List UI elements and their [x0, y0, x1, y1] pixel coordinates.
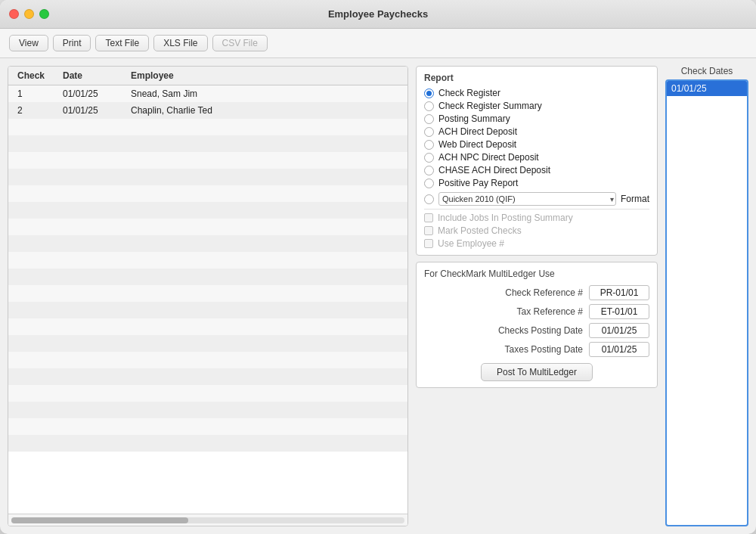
report-section: Report Check Register Check Register Sum… — [416, 66, 658, 256]
table-row-empty — [8, 135, 407, 152]
checkbox-include-jobs-label: Include Jobs In Posting Summary — [438, 213, 573, 223]
taxes-posting-date-value[interactable]: 01/01/25 — [589, 342, 649, 357]
cell-date: 01/01/25 — [60, 104, 128, 117]
table-row-empty — [8, 219, 407, 235]
table-row-empty — [8, 302, 407, 318]
view-button[interactable]: View — [9, 35, 48, 51]
report-title: Report — [424, 73, 649, 83]
table-row-empty — [8, 269, 407, 285]
table-row-empty — [8, 435, 407, 452]
check-dates-list[interactable]: 01/01/25 — [665, 79, 748, 526]
radio-web-direct-deposit[interactable]: Web Direct Deposit — [424, 139, 649, 150]
title-bar: Employee Paychecks — [0, 0, 756, 29]
cell-check: 1 — [14, 87, 60, 101]
table-row-empty — [8, 368, 407, 385]
radio-quicken-input[interactable] — [424, 194, 434, 204]
post-to-multiledger-button[interactable]: Post To MultiLedger — [481, 363, 593, 381]
right-panel: Report Check Register Check Register Sum… — [416, 66, 658, 526]
check-dates-panel: Check Dates 01/01/25 — [665, 66, 748, 526]
xls-file-button[interactable]: XLS File — [153, 35, 207, 51]
radio-check-register[interactable]: Check Register — [424, 88, 649, 98]
radio-positive-pay-report[interactable]: Positive Pay Report — [424, 178, 649, 188]
maximize-button[interactable] — [39, 9, 49, 19]
table-row-empty — [8, 418, 407, 435]
csv-file-button: CSV File — [212, 35, 268, 51]
section-divider — [424, 209, 649, 210]
table-row-empty — [8, 285, 407, 302]
table-row-empty — [8, 335, 407, 352]
radio-ach-npc-direct-deposit-input[interactable] — [424, 153, 434, 163]
minimize-button[interactable] — [24, 9, 34, 19]
radio-positive-pay-report-label: Positive Pay Report — [438, 178, 518, 188]
table-row-empty — [8, 385, 407, 402]
table-panel: Check Date Employee 1 01/01/25 Snead, Sa… — [8, 66, 408, 526]
close-button[interactable] — [9, 9, 19, 19]
table-row-empty — [8, 252, 407, 269]
radio-check-register-label: Check Register — [438, 88, 500, 98]
table-row-empty — [8, 119, 407, 135]
print-button[interactable]: Print — [53, 35, 91, 51]
quicken-select[interactable]: Quicken 2010 (QIF) Quicken 2007 Quicken … — [438, 192, 616, 206]
radio-check-register-input[interactable] — [424, 88, 434, 98]
cell-date: 01/01/25 — [60, 87, 128, 101]
quicken-row: Quicken 2010 (QIF) Quicken 2007 Quicken … — [424, 192, 649, 206]
format-label: Format — [621, 194, 649, 204]
table-header: Check Date Employee — [8, 67, 407, 85]
taxes-posting-date-label: Taxes Posting Date — [424, 344, 583, 355]
table-row[interactable]: 1 01/01/25 Snead, Sam Jim — [8, 85, 407, 102]
table-body: 1 01/01/25 Snead, Sam Jim 2 01/01/25 Cha… — [8, 85, 407, 514]
radio-ach-npc-direct-deposit[interactable]: ACH NPC Direct Deposit — [424, 152, 649, 163]
radio-web-direct-deposit-input[interactable] — [424, 140, 434, 150]
main-content: Check Date Employee 1 01/01/25 Snead, Sa… — [0, 58, 756, 534]
radio-chase-ach-direct-deposit[interactable]: CHASE ACH Direct Deposit — [424, 165, 649, 175]
tax-reference-label: Tax Reference # — [424, 306, 583, 317]
checkbox-use-employee-input[interactable] — [424, 239, 433, 248]
radio-chase-ach-direct-deposit-input[interactable] — [424, 166, 434, 175]
table-row-empty — [8, 235, 407, 252]
checkbox-use-employee[interactable]: Use Employee # — [424, 238, 649, 249]
check-dates-title: Check Dates — [665, 66, 748, 76]
quicken-select-wrapper: Quicken 2010 (QIF) Quicken 2007 Quicken … — [438, 192, 616, 206]
check-reference-label: Check Reference # — [424, 287, 583, 298]
table-row-empty — [8, 352, 407, 368]
radio-web-direct-deposit-label: Web Direct Deposit — [438, 139, 516, 150]
text-file-button[interactable]: Text File — [95, 35, 149, 51]
radio-posting-summary-input[interactable] — [424, 114, 434, 124]
table-row[interactable]: 2 01/01/25 Chaplin, Charlie Ted — [8, 102, 407, 119]
checkbox-include-jobs-input[interactable] — [424, 213, 433, 222]
table-row-empty — [8, 402, 407, 418]
radio-posting-summary[interactable]: Posting Summary — [424, 113, 649, 124]
traffic-lights — [9, 9, 49, 19]
table-row-empty — [8, 185, 407, 202]
col-date: Date — [60, 69, 128, 82]
checkbox-mark-posted[interactable]: Mark Posted Checks — [424, 225, 649, 236]
checkbox-include-jobs[interactable]: Include Jobs In Posting Summary — [424, 213, 649, 223]
radio-chase-ach-direct-deposit-label: CHASE ACH Direct Deposit — [438, 165, 550, 175]
radio-ach-npc-direct-deposit-label: ACH NPC Direct Deposit — [438, 152, 539, 163]
radio-ach-direct-deposit[interactable]: ACH Direct Deposit — [424, 126, 649, 137]
radio-ach-direct-deposit-input[interactable] — [424, 127, 434, 137]
multiledger-section: For CheckMark MultiLedger Use Check Refe… — [416, 262, 658, 388]
table-row-empty — [8, 152, 407, 169]
checkbox-use-employee-label: Use Employee # — [438, 238, 504, 249]
horizontal-scrollbar[interactable] — [8, 514, 407, 526]
radio-check-register-summary-input[interactable] — [424, 101, 434, 111]
col-check: Check — [14, 69, 60, 82]
main-window: Employee Paychecks View Print Text File … — [0, 0, 756, 534]
tax-reference-value[interactable]: ET-01/01 — [589, 304, 649, 319]
checks-posting-date-value[interactable]: 01/01/25 — [589, 323, 649, 338]
checkbox-mark-posted-input[interactable] — [424, 226, 433, 235]
table-row-empty — [8, 318, 407, 335]
table-row-empty — [8, 202, 407, 219]
radio-ach-direct-deposit-label: ACH Direct Deposit — [438, 126, 517, 137]
check-reference-value[interactable]: PR-01/01 — [589, 285, 649, 300]
radio-posting-summary-label: Posting Summary — [438, 113, 510, 124]
toolbar: View Print Text File XLS File CSV File — [0, 29, 756, 58]
radio-check-register-summary-label: Check Register Summary — [438, 101, 542, 111]
check-date-item[interactable]: 01/01/25 — [667, 81, 747, 96]
radio-check-register-summary[interactable]: Check Register Summary — [424, 101, 649, 111]
multiledger-title: For CheckMark MultiLedger Use — [424, 269, 649, 279]
report-radio-group: Check Register Check Register Summary Po… — [424, 88, 649, 206]
radio-positive-pay-report-input[interactable] — [424, 179, 434, 188]
window-title: Employee Paychecks — [328, 8, 428, 20]
